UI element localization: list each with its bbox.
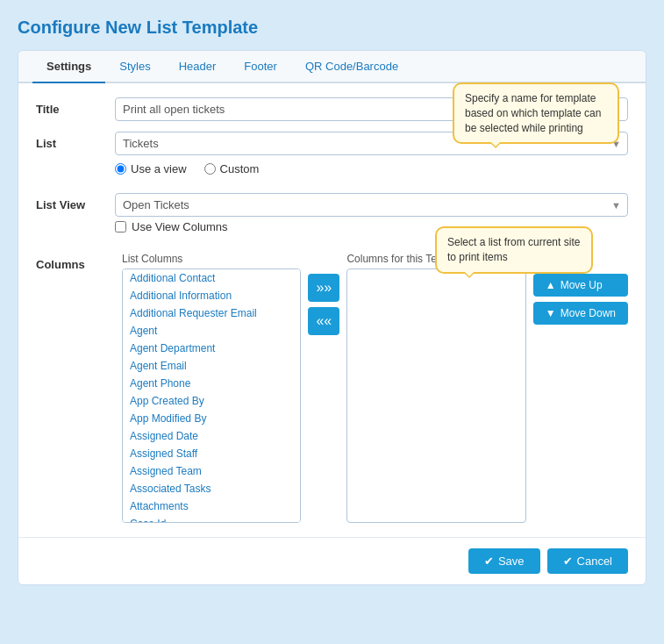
list-item[interactable]: Additional Requester Email [123, 304, 300, 322]
list-item[interactable]: Agent Department [123, 340, 300, 357]
tab-bar: Settings Styles Header Footer QR Code/Ba… [18, 51, 646, 83]
tooltip-name: Specify a name for template based on whi… [453, 82, 619, 144]
listview-select-container: Open Tickets All Tickets Closed Tickets … [115, 193, 628, 217]
list-item[interactable]: App Created By [123, 392, 300, 410]
use-view-columns-checkbox[interactable] [115, 221, 126, 233]
template-columns-box[interactable] [346, 268, 525, 523]
list-item[interactable]: Additional Information [123, 287, 300, 304]
title-label: Title [36, 97, 115, 116]
columns-section: Columns List Columns Additional Contact … [36, 253, 628, 523]
columns-label: Columns [36, 253, 115, 271]
cancel-icon: ✔ [563, 555, 573, 568]
main-card: Specify a name for template based on whi… [18, 50, 646, 585]
list-item[interactable]: Agent Phone [123, 375, 300, 392]
page-container: Configure New List Template Specify a na… [0, 0, 664, 644]
list-columns-group: List Columns Additional Contact Addition… [122, 253, 301, 523]
tab-styles[interactable]: Styles [105, 51, 164, 83]
list-item[interactable]: App Modified By [123, 410, 300, 427]
transfer-buttons: »» «« [308, 253, 339, 335]
listview-select[interactable]: Open Tickets All Tickets Closed Tickets [115, 193, 628, 217]
list-item[interactable]: Additional Contact [123, 269, 300, 287]
radio-custom[interactable]: Custom [204, 162, 260, 175]
list-columns-box[interactable]: Additional Contact Additional Informatio… [122, 268, 301, 523]
move-up-icon: ▲ [546, 279, 556, 291]
radio-use-view[interactable]: Use a view [115, 162, 187, 175]
move-down-icon: ▼ [546, 307, 556, 319]
tab-footer[interactable]: Footer [230, 51, 291, 83]
move-down-button[interactable]: ▼ Move Down [533, 302, 628, 325]
template-columns-group: Columns for this Template [346, 253, 525, 523]
list-item[interactable]: Agent [123, 322, 300, 340]
cancel-button[interactable]: ✔ Cancel [547, 548, 628, 574]
card-footer: ✔ Save ✔ Cancel [18, 537, 646, 584]
tab-qrcode[interactable]: QR Code/Barcode [291, 51, 412, 83]
tab-settings[interactable]: Settings [32, 51, 105, 83]
listview-label: List View [36, 193, 115, 211]
use-view-columns-label: Use View Columns [132, 220, 228, 233]
list-item[interactable]: Attachments [123, 497, 300, 515]
list-item[interactable]: Associated Tasks [123, 480, 300, 497]
list-item[interactable]: Assigned Staff [123, 445, 300, 462]
card-body: Title List Tickets Tasks Projects ▼ [18, 83, 646, 537]
list-item[interactable]: Assigned Team [123, 462, 300, 480]
list-item[interactable]: Assigned Date [123, 427, 300, 445]
list-columns-title: List Columns [122, 253, 301, 265]
list-item[interactable]: Agent Email [123, 357, 300, 375]
add-all-button[interactable]: »» [308, 274, 339, 302]
list-item[interactable]: Case Id [123, 515, 300, 523]
columns-lists-wrap: List Columns Additional Contact Addition… [122, 253, 628, 523]
remove-all-button[interactable]: «« [308, 307, 339, 335]
tab-header[interactable]: Header [165, 51, 231, 83]
radio-custom-input[interactable] [204, 163, 216, 175]
radio-use-view-input[interactable] [115, 163, 126, 175]
save-icon: ✔ [484, 555, 494, 568]
list-label: List [36, 132, 115, 150]
page-title: Configure New List Template [18, 18, 646, 38]
save-button[interactable]: ✔ Save [468, 548, 540, 574]
move-up-button[interactable]: ▲ Move Up [533, 274, 628, 297]
tooltip-list: Select a list from current site to print… [435, 226, 593, 274]
